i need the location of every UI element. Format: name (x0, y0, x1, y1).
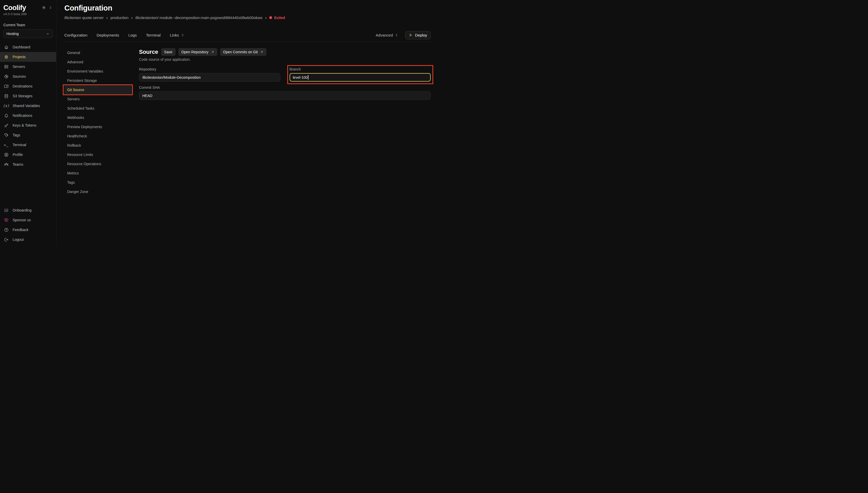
sidebar-item-feedback[interactable]: Feedback (0, 225, 56, 235)
repository-field: Repository illicitestonion/Module-Decomp… (139, 67, 280, 82)
branch-field: Branch level-100 (290, 67, 431, 82)
save-button[interactable]: Save (161, 48, 175, 56)
git-icon (4, 74, 9, 79)
app-version: v4.0.0-beta.399 (0, 12, 56, 16)
open-commits-button[interactable]: Open Commits on Git (220, 48, 267, 56)
sidebar-item-tags[interactable]: Tags (0, 130, 56, 140)
map-icon (4, 84, 9, 89)
play-icon (409, 33, 412, 37)
terminal-icon: >_ (4, 143, 9, 147)
source-header: Source Save Open Repository Open Commits… (139, 48, 431, 56)
repo-branch-row: Repository illicitestonion/Module-Decomp… (139, 67, 431, 82)
stack-icon (4, 55, 9, 60)
sidebar-item-notifications[interactable]: Notifications (0, 111, 56, 121)
subnav-item-danger-zone[interactable]: Danger Zone (64, 187, 132, 196)
sidebar-item-label: Profile (13, 153, 23, 157)
app-root: Coolify v4.0.0-beta.399 Current Team Hos… (0, 0, 434, 246)
tab-logs[interactable]: Logs (128, 33, 137, 37)
breadcrumb-environment[interactable]: production (110, 16, 128, 20)
sidebar-item-label: Tags (13, 133, 20, 137)
help-circle-icon (4, 228, 9, 232)
section-description: Code source of your application. (139, 57, 431, 62)
sidebar: Coolify v4.0.0-beta.399 Current Team Hos… (0, 0, 56, 246)
subnav-item-metrics[interactable]: Metrics (64, 169, 132, 178)
sidebar-item-sources[interactable]: Sources (0, 71, 56, 81)
subnav-item-resource-limits[interactable]: Resource Limits (64, 150, 132, 159)
repository-input[interactable]: illicitestonion/Module-Decomposition (139, 73, 280, 82)
subnav-item-scheduled-tasks[interactable]: Scheduled Tasks (64, 104, 132, 113)
subnav-item-environment-variables[interactable]: Environment Variables (64, 67, 132, 76)
sidebar-item-label: Logout (13, 237, 24, 242)
sidebar-item-teams[interactable]: Teams (0, 159, 56, 169)
branch-label: Branch (290, 67, 431, 71)
open-repository-button[interactable]: Open Repository (178, 48, 217, 56)
configuration-content: General Advanced Environment Variables P… (64, 48, 431, 246)
sidebar-item-dashboard[interactable]: Dashboard (0, 42, 56, 52)
sidebar-footer: Onboarding Sponsor us Feedback Logout (0, 205, 56, 244)
sidebar-item-s3-storages[interactable]: S3 Storages (0, 91, 56, 101)
theme-selector-icon[interactable] (49, 6, 52, 9)
chevron-right-icon: › (131, 16, 132, 20)
sidebar-item-keys-tokens[interactable]: Keys & Tokens (0, 121, 56, 130)
subnav-item-persistent-storage[interactable]: Persistent Storage (64, 76, 132, 85)
chevron-right-icon: › (107, 16, 108, 20)
sidebar-item-label: Sponsor us (13, 218, 31, 222)
deploy-button[interactable]: Deploy (405, 31, 431, 39)
sidebar-item-label: Shared Variables (13, 104, 40, 108)
branch-input[interactable]: level-100 (290, 73, 431, 82)
tab-deployments[interactable]: Deployments (97, 33, 119, 37)
subnav-item-healthcheck[interactable]: Healthcheck (64, 131, 132, 141)
external-link-icon (260, 50, 263, 54)
subnav-item-advanced[interactable]: Advanced (64, 57, 132, 67)
tab-configuration[interactable]: Configuration (64, 33, 87, 37)
sidebar-item-sponsor-us[interactable]: Sponsor us (0, 215, 56, 225)
sidebar-item-servers[interactable]: Servers (0, 62, 56, 71)
breadcrumb-application[interactable]: illicitestonion/-module--decomposition:m… (135, 16, 262, 20)
team-select-value: Hosting (6, 31, 19, 36)
sidebar-item-label: Onboarding (13, 208, 31, 212)
sidebar-item-label: Keys & Tokens (13, 123, 36, 127)
sidebar-item-onboarding[interactable]: Onboarding (0, 205, 56, 215)
commit-sha-input[interactable]: HEAD (139, 91, 431, 100)
tab-links[interactable]: Links (170, 33, 185, 37)
home-icon (4, 45, 9, 50)
sidebar-item-label: Teams (13, 163, 23, 167)
sidebar-item-shared-variables[interactable]: (x) Shared Variables (0, 101, 56, 111)
sidebar-item-terminal[interactable]: >_ Terminal (0, 140, 56, 150)
subnav-item-webhooks[interactable]: Webhooks (64, 113, 132, 122)
subnav-item-rollback[interactable]: Rollback (64, 141, 132, 150)
sidebar-item-label: Dashboard (13, 45, 30, 49)
sidebar-item-profile[interactable]: Profile (0, 150, 56, 159)
subnav-item-preview-deployments[interactable]: Preview Deployments (64, 122, 132, 131)
current-team-label: Current Team (0, 23, 56, 27)
advanced-menu[interactable]: Advanced (376, 33, 399, 37)
tab-bar: Configuration Deployments Logs Terminal … (64, 28, 431, 42)
subnav-item-general[interactable]: General (64, 48, 132, 57)
tab-terminal[interactable]: Terminal (146, 33, 161, 37)
sidebar-item-label: S3 Storages (13, 94, 33, 98)
theme-sun-icon[interactable] (41, 5, 46, 10)
database-icon (4, 94, 9, 99)
subnav-item-git-source[interactable]: Git Source (64, 85, 132, 94)
sidebar-item-label: Projects (13, 55, 26, 59)
commit-sha-label: Commit SHA (139, 85, 431, 89)
breadcrumb-project[interactable]: illicitonion quote server (64, 16, 104, 20)
subnav-item-servers[interactable]: Servers (64, 94, 132, 104)
sidebar-item-logout[interactable]: Logout (0, 235, 56, 244)
server-bolt-icon (4, 64, 9, 69)
app-logo: Coolify (3, 4, 26, 12)
chevron-down-icon (46, 32, 50, 36)
sidebar-item-projects[interactable]: Projects (0, 52, 56, 62)
sidebar-item-destinations[interactable]: Destinations (0, 81, 56, 91)
git-source-section: Source Save Open Repository Open Commits… (139, 48, 431, 246)
tabs: Configuration Deployments Logs Terminal … (64, 33, 185, 37)
page-title: Configuration (64, 4, 431, 12)
selector-icon (181, 33, 185, 37)
subnav-item-tags[interactable]: Tags (64, 178, 132, 187)
subnav-item-resource-operations[interactable]: Resource Operations (64, 159, 132, 169)
commit-sha-field: Commit SHA HEAD (139, 85, 431, 100)
status-text: Exited (274, 16, 285, 20)
team-select[interactable]: Hosting (3, 29, 53, 38)
heart-handshake-icon (4, 218, 9, 222)
theme-controls (41, 5, 52, 10)
